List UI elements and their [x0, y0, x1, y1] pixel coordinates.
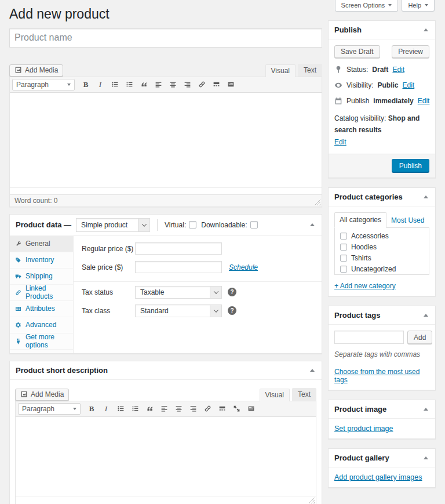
edit-visibility-link[interactable]: Edit — [402, 81, 414, 89]
tab-linked-products[interactable]: Linked Products — [10, 285, 73, 301]
category-item-tshirts[interactable]: Tshirts — [340, 254, 424, 262]
category-checkbox[interactable] — [340, 244, 347, 251]
italic-button[interactable]: I — [93, 79, 107, 90]
product-type-value: Simple product — [76, 219, 138, 231]
triangle-up-icon — [424, 28, 428, 31]
choose-most-used-tags-link[interactable]: Choose from the most used tags — [334, 368, 429, 384]
tab-inventory[interactable]: Inventory — [10, 252, 73, 269]
help-tip-icon[interactable]: ? — [228, 306, 236, 315]
tab-attributes[interactable]: Attributes — [10, 301, 73, 317]
category-checkbox[interactable] — [340, 266, 347, 273]
category-item-hoodies[interactable]: Hoodies — [340, 243, 424, 251]
downloadable-label: Downloadable: — [201, 221, 257, 229]
product-categories-box: Product categories All categories Most U… — [328, 187, 436, 296]
edit-status-link[interactable]: Edit — [392, 66, 404, 74]
chevron-down-icon — [210, 287, 221, 298]
insert-link-button[interactable] — [200, 403, 214, 415]
sale-price-input[interactable] — [135, 261, 222, 273]
publish-button[interactable]: Publish — [392, 159, 429, 173]
category-checkbox[interactable] — [340, 255, 347, 262]
tab-shipping[interactable]: Shipping — [10, 269, 73, 285]
set-product-image-link[interactable]: Set product image — [334, 425, 393, 433]
insert-more-tag-button[interactable] — [209, 79, 223, 90]
help-button[interactable]: Help — [402, 0, 435, 12]
add-tag-button[interactable]: Add — [407, 331, 432, 344]
align-right-button[interactable] — [186, 403, 200, 415]
main-column: Add new product Add Media Visual Text Pa… — [9, 0, 322, 504]
product-name-input[interactable] — [9, 28, 322, 48]
tab-visual[interactable]: Visual — [265, 64, 296, 77]
toolbar-toggle-button[interactable] — [244, 403, 258, 415]
sale-price-label: Sale price ($) — [82, 263, 135, 271]
description-content-area[interactable] — [10, 93, 322, 187]
tab-most-used[interactable]: Most Used — [386, 213, 429, 228]
tab-advanced[interactable]: Advanced — [10, 317, 73, 333]
add-new-category-link[interactable]: + Add new category — [334, 282, 396, 290]
screen-options-button[interactable]: Screen Options — [335, 0, 399, 12]
preview-button[interactable]: Preview — [392, 45, 429, 58]
downloadable-checkbox[interactable] — [250, 221, 258, 229]
bullet-list-button[interactable] — [108, 79, 122, 90]
collapse-toggle[interactable] — [422, 407, 429, 412]
align-right-button[interactable] — [180, 79, 194, 90]
collapse-toggle[interactable] — [422, 313, 429, 318]
insert-more-tag-button[interactable] — [215, 403, 229, 415]
insert-link-button[interactable] — [195, 79, 209, 90]
resize-grip[interactable] — [308, 497, 315, 503]
triangle-up-icon — [310, 369, 315, 372]
new-tag-input[interactable] — [334, 331, 404, 344]
publish-box-title: Publish — [334, 26, 362, 34]
toolbar-toggle-button[interactable] — [224, 79, 238, 90]
bold-button[interactable]: B — [85, 403, 99, 415]
tab-general[interactable]: General — [10, 236, 73, 252]
tab-text[interactable]: Text — [298, 64, 322, 77]
collapse-toggle[interactable] — [309, 222, 316, 227]
virtual-checkbox[interactable] — [189, 221, 196, 229]
align-left-button[interactable] — [157, 403, 171, 415]
tab-visual[interactable]: Visual — [260, 389, 290, 401]
add-gallery-images-link[interactable]: Add product gallery images — [334, 473, 422, 481]
product-data-box: Product data — Simple product Virtual: D… — [9, 214, 322, 354]
save-draft-button[interactable]: Save Draft — [334, 45, 380, 58]
collapse-toggle[interactable] — [422, 27, 429, 32]
short-description-content-area[interactable] — [16, 417, 316, 496]
italic-glyph: I — [105, 404, 107, 414]
product-tags-box: Product tags Add Separate tags with comm… — [328, 306, 436, 390]
blockquote-button[interactable] — [137, 79, 151, 90]
align-center-button[interactable] — [172, 403, 185, 415]
italic-button[interactable]: I — [99, 403, 113, 415]
resize-grip[interactable] — [314, 199, 320, 205]
regular-price-input[interactable] — [135, 242, 222, 255]
numbered-list-button[interactable] — [122, 79, 136, 90]
tax-class-select[interactable]: Standard — [135, 304, 222, 317]
edit-catalog-link[interactable]: Edit — [334, 138, 346, 146]
collapse-toggle[interactable] — [309, 368, 316, 373]
align-center-button[interactable] — [166, 79, 180, 90]
editor-resize-strip[interactable] — [16, 496, 316, 504]
collapse-toggle[interactable] — [422, 455, 429, 461]
category-item-uncategorized[interactable]: Uncategorized — [340, 265, 424, 273]
tab-text[interactable]: Text — [292, 388, 316, 401]
tab-all-categories[interactable]: All categories — [334, 212, 386, 228]
numbered-list-button[interactable] — [128, 403, 142, 415]
fullscreen-button[interactable] — [229, 403, 243, 415]
category-item-accessories[interactable]: Accessories — [340, 232, 424, 240]
product-type-select[interactable]: Simple product — [76, 218, 150, 232]
bold-button[interactable]: B — [79, 79, 93, 90]
tax-status-select[interactable]: Taxable — [135, 286, 222, 299]
tab-get-more-options[interactable]: Get more options — [10, 333, 73, 350]
add-media-button[interactable]: Add Media — [9, 64, 63, 77]
blockquote-button[interactable] — [143, 403, 156, 415]
help-tip-icon[interactable]: ? — [228, 288, 236, 296]
edit-schedule-link[interactable]: Edit — [418, 97, 430, 105]
align-left-button[interactable] — [151, 79, 165, 90]
collapse-toggle[interactable] — [422, 194, 429, 200]
visibility-value: Public — [377, 81, 398, 89]
paragraph-format-select[interactable]: Paragraph — [18, 403, 81, 415]
schedule-link[interactable]: Schedule — [229, 263, 258, 271]
paragraph-format-select[interactable]: Paragraph — [12, 79, 75, 90]
editor-resize-strip[interactable] — [10, 187, 322, 194]
bullet-list-button[interactable] — [114, 403, 127, 415]
add-media-button[interactable]: Add Media — [15, 389, 69, 401]
category-checkbox[interactable] — [340, 233, 347, 240]
